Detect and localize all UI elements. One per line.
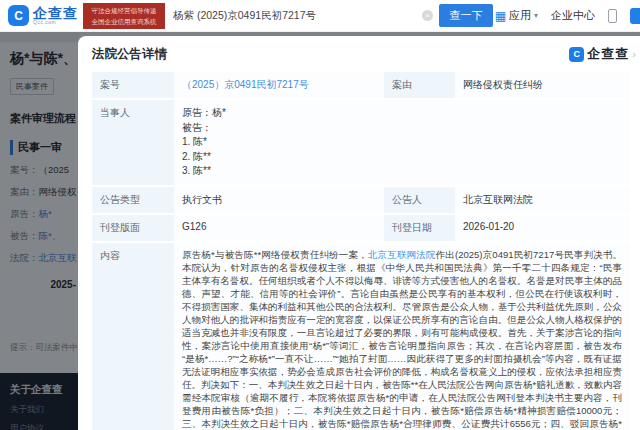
credit-slogan-badge: 守法合规经营倡导传递 全国企业信用查询系统	[83, 3, 165, 29]
badge-line2: 全国企业信用查询系统	[83, 16, 165, 27]
apps-label: 应用	[509, 8, 531, 23]
party-line: 1. 陈*	[182, 135, 622, 150]
apps-menu[interactable]: ▦ 应用 ▾	[495, 8, 538, 23]
table-row: 公告类型 执行文书 公告人 北京互联网法院	[92, 187, 630, 213]
modal-header: 法院公告详情 C 企查查 ›	[92, 45, 630, 63]
party-line: 原告：杨*	[182, 106, 622, 121]
case-no-link[interactable]: （2025）京0491民初7217号	[182, 79, 309, 90]
content-text-1: 原告杨*与被告陈**网络侵权责任纠纷一案，	[182, 249, 368, 260]
parties-label: 当事人	[92, 100, 174, 185]
page-value: G126	[174, 215, 384, 241]
qcc-logo[interactable]: C 企查查 Qcc.com	[8, 5, 78, 26]
case-no-label: 案号	[92, 72, 174, 98]
modal-qcc-logo: C 企查查 ›	[569, 45, 630, 63]
content-text-2: 作出(2025)京0491民初7217号民事判决书。本院认为，针对原告的名誉权侵…	[182, 249, 622, 430]
search-box: ×	[173, 4, 435, 28]
chevron-down-icon: ▾	[534, 11, 538, 20]
chevron-right-icon: ›	[632, 48, 636, 60]
qcc-logo-icon: C	[569, 47, 584, 62]
mobile-app-icon[interactable]	[608, 9, 617, 23]
party-line: 2. 陈**	[182, 150, 622, 165]
table-row: 案号 （2025）京0491民初7217号 案由 网络侵权责任纠纷	[92, 72, 630, 98]
party-line: 被告：	[182, 121, 622, 136]
date-value: 2026-01-20	[455, 215, 630, 241]
search-input[interactable]	[173, 4, 435, 28]
navbar-right: ▦ 应用 ▾ 企业中心	[495, 8, 640, 24]
qcc-logo-text: 企查查	[587, 45, 629, 63]
party-line: 3. 陈**	[182, 164, 622, 179]
clear-icon[interactable]: ×	[422, 10, 433, 21]
badge-line1: 守法合规经营倡导传递	[83, 5, 165, 16]
court-link[interactable]: 北京互联网法院	[368, 249, 436, 260]
type-label: 公告类型	[92, 187, 174, 213]
modal-title: 法院公告详情	[92, 46, 167, 63]
announcement-table: 案号 （2025）京0491民初7217号 案由 网络侵权责任纠纷 当事人 原告…	[92, 72, 630, 430]
enterprise-center-link[interactable]: 企业中心	[551, 8, 595, 23]
qcc-logo-text: 企查查 Qcc.com	[33, 6, 78, 25]
edge-shortcut-icon[interactable]	[630, 8, 640, 24]
parties-value: 原告：杨* 被告： 1. 陈* 2. 陈** 3. 陈**	[174, 100, 630, 185]
qcc-logo-cn: 企查查	[33, 6, 78, 20]
date-label: 刊登日期	[384, 215, 455, 241]
content-value: 原告杨*与被告陈**网络侵权责任纠纷一案，北京互联网法院作出(2025)京049…	[174, 243, 630, 430]
page-label: 刊登版面	[92, 215, 174, 241]
table-row: 当事人 原告：杨* 被告： 1. 陈* 2. 陈** 3. 陈**	[92, 100, 630, 185]
court-announcement-modal: 法院公告详情 C 企查查 › 案号 （2025）京0491民初7217号 案由 …	[78, 36, 640, 430]
cause-label: 案由	[384, 72, 455, 98]
announcer-value: 北京互联网法院	[455, 187, 630, 213]
top-navbar: C 企查查 Qcc.com 守法合规经营倡导传递 全国企业信用查询系统 × 查一…	[0, 0, 640, 32]
apps-grid-icon: ▦	[495, 10, 506, 22]
announcer-label: 公告人	[384, 187, 455, 213]
qcc-logo-icon: C	[8, 5, 29, 26]
type-value: 执行文书	[174, 187, 384, 213]
search-button[interactable]: 查一下	[439, 4, 493, 27]
content-label: 内容	[92, 243, 174, 430]
table-row: 刊登版面 G126 刊登日期 2026-01-20	[92, 215, 630, 241]
case-no-value: （2025）京0491民初7217号	[174, 72, 384, 98]
cause-value: 网络侵权责任纠纷	[455, 72, 630, 98]
table-row: 内容 原告杨*与被告陈**网络侵权责任纠纷一案，北京互联网法院作出(2025)京…	[92, 243, 630, 430]
